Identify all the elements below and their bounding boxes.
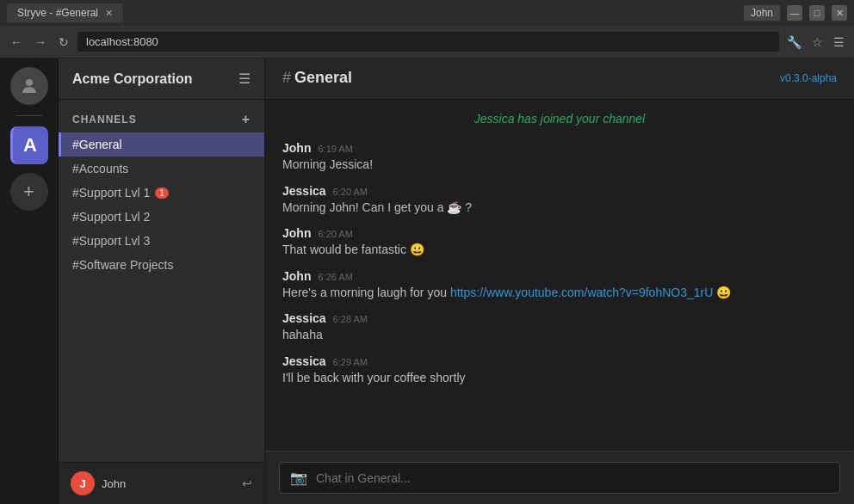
channel-item-general[interactable]: #General <box>59 132 264 157</box>
channel-sidebar: Acme Corporation ☰ CHANNELS + #General #… <box>59 58 265 504</box>
channel-item-support-lvl2[interactable]: #Support Lvl 2 <box>59 205 264 229</box>
extensions-icon: 🔧 <box>784 35 804 49</box>
version-badge: v0.3.0-alpha <box>780 72 837 84</box>
chat-input-wrapper: 📷 <box>279 462 840 494</box>
back-button[interactable]: ← <box>7 34 26 51</box>
close-button[interactable]: ✕ <box>832 5 847 21</box>
add-channel-button[interactable]: + <box>242 112 251 127</box>
channel-item-accounts[interactable]: #Accounts <box>59 157 264 181</box>
message-header: Jessica 6:29 AM <box>282 354 837 368</box>
message-group: John 6:20 AM That would be fantastic 😀 <box>282 226 837 259</box>
message-body: hahaha <box>282 327 837 344</box>
message-author: John <box>282 141 311 155</box>
message-header: Jessica 6:20 AM <box>282 184 837 198</box>
message-author: John <box>282 226 311 240</box>
message-time: 6:20 AM <box>333 187 368 197</box>
maximize-button[interactable]: □ <box>809 5 825 21</box>
message-author: Jessica <box>282 184 326 198</box>
chat-input[interactable] <box>316 471 829 485</box>
workspace-icon[interactable]: A <box>10 126 48 164</box>
sidebar-menu-icon[interactable]: ☰ <box>238 71 251 87</box>
message-author: Jessica <box>282 354 326 368</box>
message-author: Jessica <box>282 311 326 325</box>
message-body: That would be fantastic 😀 <box>282 242 837 259</box>
message-emoji: 😀 <box>716 286 731 299</box>
message-time: 6:19 AM <box>318 144 352 154</box>
browser-addressbar: ← → ↻ 🔧 ☆ ☰ <box>0 26 854 58</box>
browser-controls: John — □ ✕ <box>744 5 847 21</box>
sidebar-footer: J John ↩ <box>59 462 264 504</box>
channel-item-support-lvl1[interactable]: #Support Lvl 1 1 <box>59 181 264 205</box>
browser-titlebar: Stryve - #General ✕ John — □ ✕ <box>0 0 854 26</box>
message-group: John 6:19 AM Morning Jessica! <box>282 141 837 174</box>
message-header: John 6:20 AM <box>282 226 837 240</box>
message-author: John <box>282 269 311 283</box>
join-notice: Jessica has joined your channel <box>282 112 837 126</box>
browser-user-label: John <box>744 5 780 21</box>
message-group: Jessica 6:29 AM I'll be back with your c… <box>282 354 837 387</box>
current-user-avatar: J <box>71 471 95 495</box>
chat-channel-title: #General <box>282 69 352 87</box>
chat-main: #General v0.3.0-alpha Jessica has joined… <box>265 58 854 504</box>
user-profile-icon[interactable] <box>10 67 48 105</box>
chat-messages: Jessica has joined your channel John 6:1… <box>265 98 854 451</box>
menu-icon[interactable]: ☰ <box>831 35 847 49</box>
message-header: John 6:26 AM <box>282 269 837 283</box>
channels-section: CHANNELS + #General #Accounts #Support L… <box>59 100 264 462</box>
message-body: Morning Jessica! <box>282 157 837 174</box>
add-workspace-button[interactable]: + <box>10 173 48 211</box>
tab-title: Stryve - #General <box>17 7 98 19</box>
message-group: Jessica 6:20 AM Morning John! Can I get … <box>282 184 837 217</box>
attach-icon: 📷 <box>290 470 307 486</box>
message-link[interactable]: https://www.youtube.com/watch?v=9fohNO3_… <box>450 286 713 299</box>
address-input[interactable] <box>77 32 779 52</box>
app-container: A + Acme Corporation ☰ CHANNELS + #Gener… <box>0 58 854 504</box>
tab-close-button[interactable]: ✕ <box>105 8 113 19</box>
message-body: I'll be back with your coffee shortly <box>282 370 837 387</box>
chat-input-area: 📷 <box>265 451 854 504</box>
channel-badge-support-lvl1: 1 <box>155 187 169 199</box>
current-user-name: John <box>102 477 126 490</box>
refresh-button[interactable]: ↻ <box>55 34 72 51</box>
browser-tab[interactable]: Stryve - #General ✕ <box>7 3 123 22</box>
bookmark-icon[interactable]: ☆ <box>809 35 826 49</box>
channel-item-software-projects[interactable]: #Software Projects <box>59 253 264 277</box>
message-time: 6:26 AM <box>318 272 352 282</box>
channel-item-support-lvl3[interactable]: #Support Lvl 3 <box>59 229 264 253</box>
message-group: John 6:26 AM Here's a morning laugh for … <box>282 269 837 302</box>
message-time: 6:20 AM <box>318 229 352 239</box>
icon-sidebar: A + <box>0 58 59 504</box>
message-body: Here's a morning laugh for you https://w… <box>282 285 837 302</box>
svg-point-0 <box>26 79 33 86</box>
message-body: Morning John! Can I get you a ☕ ? <box>282 200 837 217</box>
minimize-button[interactable]: — <box>787 5 802 21</box>
channels-heading: CHANNELS + <box>59 107 264 132</box>
message-group: Jessica 6:28 AM hahaha <box>282 311 837 344</box>
sidebar-divider <box>16 115 42 116</box>
sidebar-header: Acme Corporation ☰ <box>59 58 264 100</box>
message-header: John 6:19 AM <box>282 141 837 155</box>
forward-button[interactable]: → <box>31 34 50 51</box>
hash-symbol: # <box>282 69 291 86</box>
message-header: Jessica 6:28 AM <box>282 311 837 325</box>
logout-button[interactable]: ↩ <box>242 476 252 490</box>
message-time: 6:29 AM <box>333 357 368 367</box>
chat-header: #General v0.3.0-alpha <box>265 58 854 98</box>
message-time: 6:28 AM <box>333 314 368 324</box>
workspace-name: Acme Corporation <box>72 71 193 87</box>
current-user-info: J John <box>71 471 126 495</box>
